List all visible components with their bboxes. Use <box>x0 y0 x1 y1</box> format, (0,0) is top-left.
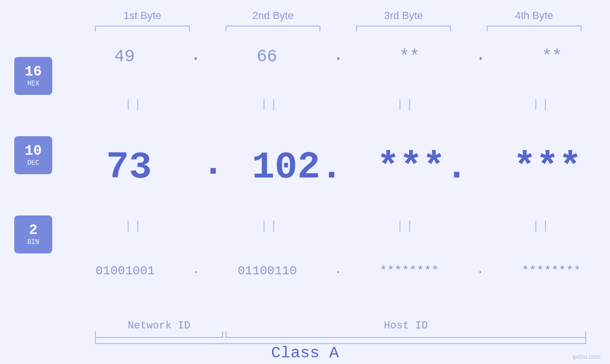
bin-dot-3: . <box>477 263 483 279</box>
class-bracket <box>95 337 586 344</box>
eq2-1: || <box>82 220 187 233</box>
bin-cell-3: ******** <box>357 264 461 278</box>
byte-2-label: 2nd Byte <box>221 9 325 22</box>
eq-2: || <box>218 98 322 111</box>
top-brackets <box>77 26 600 31</box>
eq2-4: || <box>490 220 594 233</box>
class-label: Class A <box>0 344 610 362</box>
bin-badge-label: BIN <box>27 238 39 246</box>
network-id-label: Network ID <box>95 320 223 332</box>
bin-cell-2: 01100110 <box>215 264 319 278</box>
eq-3: || <box>354 98 459 111</box>
dec-val-4: *** <box>513 146 582 189</box>
dec-val-2: 102. <box>252 146 343 189</box>
bracket-byte-1 <box>95 26 190 31</box>
bin-cell-1: 01001001 <box>73 264 178 278</box>
host-id-label: Host ID <box>225 320 586 332</box>
dec-row: 73 . 102. ***. *** <box>66 142 610 189</box>
hex-badge: 16 HEX <box>14 57 52 95</box>
dec-cell-1: 73 <box>77 146 181 189</box>
byte-4-label: 4th Byte <box>482 9 586 22</box>
hex-cell-3: ** <box>357 47 462 66</box>
hex-dot-1: . <box>190 46 201 67</box>
network-bracket <box>95 331 223 338</box>
hex-cell-1: 49 <box>72 47 177 66</box>
bracket-byte-3 <box>356 26 451 31</box>
dec-val-3: ***. <box>377 146 468 189</box>
dec-dot-1: . <box>202 142 225 189</box>
hex-val-3: ** <box>399 47 420 66</box>
bin-cell-4: ******** <box>499 264 603 278</box>
hex-cell-4: ** <box>500 47 604 66</box>
bin-dot-1: . <box>193 263 199 279</box>
bin-val-2: 01100110 <box>237 264 297 278</box>
bin-dot-2: . <box>335 263 341 279</box>
main-container: 1st Byte 2nd Byte 3rd Byte 4th Byte 16 H… <box>0 0 610 364</box>
bottom-section: Network ID Host ID Class A ipshu.com <box>0 302 610 364</box>
bin-badge-num: 2 <box>29 223 38 238</box>
hex-val-1: 49 <box>114 47 135 66</box>
eq-1: || <box>82 98 187 111</box>
hex-badge-label: HEX <box>27 80 39 87</box>
byte-headers: 1st Byte 2nd Byte 3rd Byte 4th Byte <box>77 9 600 22</box>
host-bracket <box>225 331 586 338</box>
data-rows-area: 49 . 66 . ** . ** || || || || <box>66 31 610 302</box>
bracket-byte-2 <box>225 26 320 31</box>
bin-val-3: ******** <box>380 264 439 278</box>
hex-cell-2: 66 <box>215 47 319 66</box>
bin-row: 01001001 . 01100110 . ******** . *******… <box>66 263 610 279</box>
dec-badge-label: DEC <box>27 159 39 167</box>
dec-val-1: 73 <box>106 146 152 189</box>
dec-badge-num: 10 <box>25 143 42 159</box>
bin-val-4: ******** <box>522 264 581 278</box>
hex-dot-2: . <box>333 46 344 67</box>
equals-row-2: || || || || <box>66 218 610 234</box>
equals-row-1: || || || || <box>66 96 610 113</box>
eq2-3: || <box>354 220 459 233</box>
badges-column: 16 HEX 10 DEC 2 BIN <box>0 31 66 302</box>
eq2-2: || <box>218 220 322 233</box>
hex-row: 49 . 66 . ** . ** <box>66 46 610 67</box>
eq-4: || <box>490 98 594 111</box>
dec-cell-2: 102. <box>245 146 349 189</box>
hex-dot-3: . <box>476 46 486 67</box>
watermark: ipshu.com <box>572 353 601 360</box>
bin-val-1: 01001001 <box>95 264 155 278</box>
byte-3-label: 3rd Byte <box>351 9 456 22</box>
byte-1-label: 1st Byte <box>90 9 195 22</box>
dec-badge: 10 DEC <box>14 136 52 174</box>
bracket-byte-4 <box>487 26 582 31</box>
dec-cell-3: ***. <box>370 146 475 189</box>
hex-val-2: 66 <box>257 47 277 66</box>
dec-cell-4: *** <box>495 146 600 189</box>
hex-val-4: ** <box>542 47 562 66</box>
hex-badge-num: 16 <box>25 64 42 80</box>
bin-badge: 2 BIN <box>14 215 52 253</box>
